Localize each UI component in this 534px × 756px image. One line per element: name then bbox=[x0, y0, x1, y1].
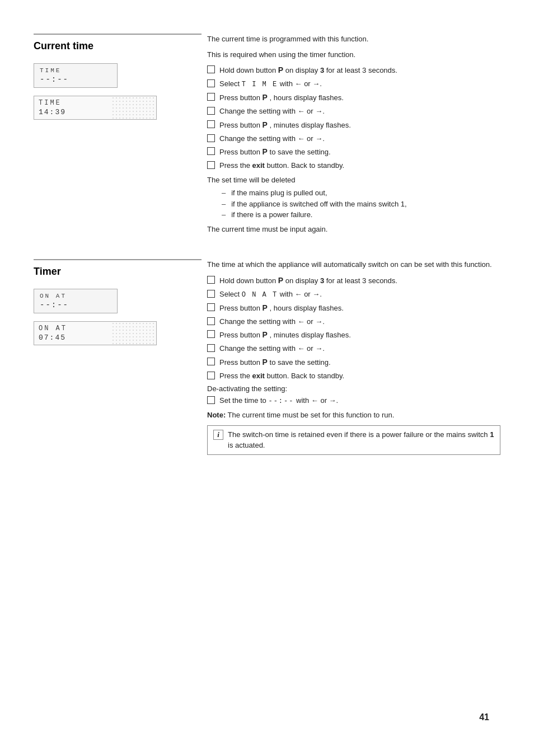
display-after-timer-value: 07:45 bbox=[39, 334, 152, 342]
step-t-7: Press button P to save the setting. bbox=[207, 356, 500, 368]
step-ct-3: Press button P , hours display flashes. bbox=[207, 92, 500, 104]
step-t-2-text: Select O N A T with ← or →. bbox=[219, 289, 322, 300]
btn-p-ct-5: P bbox=[263, 120, 268, 129]
step-ct-7: Press button P to save the setting. bbox=[207, 146, 500, 158]
on-at-label-t2: O N A T bbox=[242, 291, 278, 299]
checkbox-icon-ct-3 bbox=[207, 93, 215, 101]
current-time-section: Current time TIME --:-- TIME 14:39 The c… bbox=[34, 34, 500, 237]
page-number: 41 bbox=[479, 712, 489, 722]
time-label-ct-2: T I M E bbox=[242, 81, 278, 88]
current-time-intro-2: This is required when using the timer fu… bbox=[207, 49, 500, 60]
step-ct-2: Select T I M E with ← or →. bbox=[207, 78, 500, 90]
checkbox-icon-t-1 bbox=[207, 276, 215, 284]
step-t-3: Press button P , hours display flashes. bbox=[207, 302, 500, 314]
timer-section: Timer ON AT --:-- ON AT 07:45 The time a… bbox=[34, 259, 500, 455]
section-title-timer: Timer bbox=[34, 266, 190, 278]
step-t-2: Select O N A T with ← or →. bbox=[207, 289, 500, 300]
deactivating-label: De-activating the setting: bbox=[207, 384, 500, 393]
step-ct-1: Hold down button P on display 3 for at l… bbox=[207, 64, 500, 76]
step-ct-5: Press button P , minutes display flashes… bbox=[207, 119, 500, 131]
deleted-item-1: – if the mains plug is pulled out, bbox=[219, 187, 500, 199]
page-wrapper: Current time TIME --:-- TIME 14:39 The c… bbox=[34, 34, 500, 477]
display-after-value: 14:39 bbox=[39, 108, 152, 116]
btn-p-ct-1: P bbox=[278, 65, 283, 74]
info-icon: i bbox=[213, 430, 223, 440]
checkbox-icon-t-4 bbox=[207, 317, 215, 325]
step-ct-6: Change the setting with ← or →. bbox=[207, 133, 500, 144]
step-ct-1-text: Hold down button P on display 3 for at l… bbox=[219, 64, 397, 76]
timer-info-box: i The switch-on time is retained even if… bbox=[207, 425, 500, 455]
checkbox-icon-t-2 bbox=[207, 290, 215, 298]
checkbox-icon-t-8 bbox=[207, 372, 215, 379]
step-ct-4: Change the setting with ← or →. bbox=[207, 106, 500, 117]
deleted-item-1-text: if the mains plug is pulled out, bbox=[231, 187, 327, 199]
checkbox-icon-t-7 bbox=[207, 358, 215, 365]
display-after-label: TIME bbox=[39, 99, 152, 107]
display-before-timer-value: --:-- bbox=[40, 300, 111, 309]
deleted-item-2: – if the appliance is switched off with … bbox=[219, 199, 500, 210]
display-before-timer: ON AT --:-- bbox=[34, 289, 118, 313]
current-time-right: The current time is programmed with this… bbox=[202, 34, 500, 237]
step-ct-6-text: Change the setting with ← or →. bbox=[219, 133, 325, 144]
info-body: The switch-on time is retained even if t… bbox=[228, 430, 490, 439]
checkbox-icon-ct-1 bbox=[207, 65, 215, 73]
checkbox-icon-ct-8 bbox=[207, 161, 215, 169]
section-title-current-time: Current time bbox=[34, 40, 190, 52]
checkbox-icon-t-deactivate bbox=[207, 396, 215, 404]
step-t-4-text: Change the setting with ← or →. bbox=[219, 316, 325, 327]
step-t-5: Press button P , minutes display flashes… bbox=[207, 329, 500, 341]
step-t-8: Press the exit button. Back to standby. bbox=[207, 370, 500, 382]
checkbox-icon-t-5 bbox=[207, 330, 215, 338]
btn-p-ct-3: P bbox=[263, 93, 268, 102]
step-ct-4-text: Change the setting with ← or →. bbox=[219, 106, 325, 117]
step-t-7-text: Press button P to save the setting. bbox=[219, 356, 331, 368]
timer-right: The time at which the appliance will aut… bbox=[202, 259, 500, 455]
info-text: The switch-on time is retained even if t… bbox=[228, 429, 494, 451]
checkbox-icon-ct-2 bbox=[207, 79, 215, 87]
step-t-6-text: Change the setting with ← or →. bbox=[219, 343, 325, 354]
step-t-5-text: Press button P , minutes display flashes… bbox=[219, 329, 351, 341]
timer-note: Note: The current time must be set for t… bbox=[207, 410, 500, 421]
dash-3: – bbox=[222, 209, 226, 220]
current-time-steps: Hold down button P on display 3 for at l… bbox=[207, 64, 500, 171]
timer-steps: Hold down button P on display 3 for at l… bbox=[207, 275, 500, 382]
deleted-item-3: – if there is a power failure. bbox=[219, 209, 500, 220]
display-before-timer-label: ON AT bbox=[40, 293, 111, 299]
deleted-intro: The set time will be deleted bbox=[207, 175, 500, 186]
step-t-deactivate: Set the time to --:-- with ← or →. bbox=[207, 395, 500, 406]
step-ct-8-text: Press the exit button. Back to standby. bbox=[219, 160, 344, 171]
display-before-label: TIME bbox=[40, 67, 111, 74]
step-t-4: Change the setting with ← or →. bbox=[207, 316, 500, 327]
section-divider-timer bbox=[34, 259, 202, 260]
note-bold-label: Note: bbox=[207, 411, 226, 419]
checkbox-icon-ct-6 bbox=[207, 134, 215, 142]
display-after-current-time: TIME 14:39 bbox=[34, 96, 157, 120]
checkbox-icon-t-3 bbox=[207, 303, 215, 311]
note-body-text: The current time must be set for this fu… bbox=[226, 411, 394, 419]
dash-time: --:-- bbox=[268, 397, 294, 405]
timer-deactivate-steps: Set the time to --:-- with ← or →. bbox=[207, 395, 500, 406]
step-ct-8: Press the exit button. Back to standby. bbox=[207, 160, 500, 171]
section-divider-current-time bbox=[34, 34, 202, 35]
step-t-1-text: Hold down button P on display 3 for at l… bbox=[219, 275, 397, 287]
display-after-timer-label: ON AT bbox=[39, 325, 152, 332]
info-end: is actuated. bbox=[228, 441, 265, 449]
num-3-ct-1: 3 bbox=[320, 66, 324, 74]
timer-left: Timer ON AT --:-- ON AT 07:45 bbox=[34, 259, 202, 455]
exit-btn-timer: exit bbox=[252, 372, 265, 380]
btn-p-t-7: P bbox=[263, 358, 268, 367]
btn-p-ct-7: P bbox=[263, 147, 268, 156]
checkbox-icon-ct-5 bbox=[207, 120, 215, 128]
current-time-footer: The current time must be input again. bbox=[207, 224, 500, 235]
display-before-current-time: TIME --:-- bbox=[34, 63, 118, 88]
step-t-1: Hold down button P on display 3 for at l… bbox=[207, 275, 500, 287]
btn-p-t-5: P bbox=[263, 330, 268, 339]
step-t-6: Change the setting with ← or →. bbox=[207, 343, 500, 354]
btn-p-t-3: P bbox=[263, 303, 268, 312]
current-time-intro-1: The current time is programmed with this… bbox=[207, 34, 500, 45]
display-after-timer: ON AT 07:45 bbox=[34, 321, 157, 345]
step-ct-3-text: Press button P , hours display flashes. bbox=[219, 92, 344, 104]
step-ct-5-text: Press button P , minutes display flashes… bbox=[219, 119, 351, 131]
checkbox-icon-ct-4 bbox=[207, 107, 215, 115]
deleted-list: – if the mains plug is pulled out, – if … bbox=[219, 187, 500, 220]
